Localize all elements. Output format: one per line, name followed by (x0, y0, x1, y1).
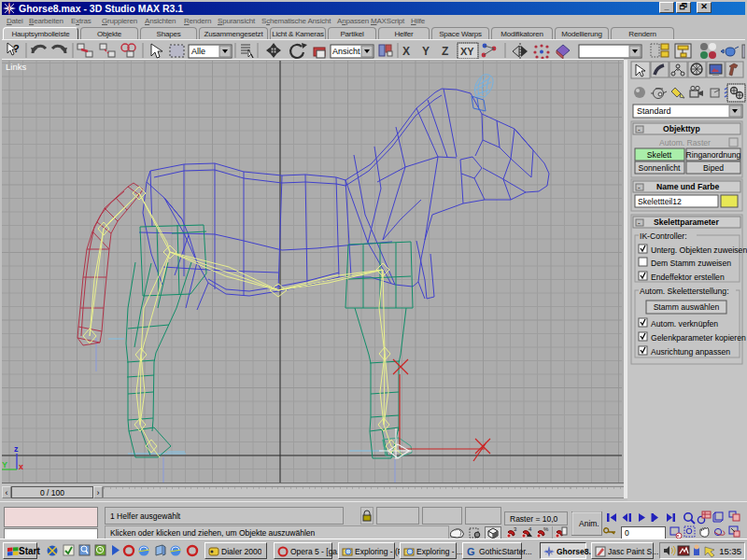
svg-text:?: ? (13, 43, 20, 54)
svg-text:Klicken oder klicken und ziehe: Klicken oder klicken und ziehen, um Obje… (110, 528, 316, 538)
svg-text:IK-Controller:: IK-Controller: (640, 231, 687, 241)
svg-text:Ausrichtung anpassen: Ausrichtung anpassen (651, 347, 730, 357)
svg-text:Anim.: Anim. (579, 519, 599, 528)
svg-text:-: - (638, 125, 641, 133)
svg-text:1 Helfer ausgewählt: 1 Helfer ausgewählt (110, 511, 181, 521)
svg-text:-: - (638, 183, 641, 191)
svg-text:Skelett: Skelett (647, 150, 672, 160)
svg-text:x: x (19, 462, 23, 471)
svg-text:Y: Y (2, 460, 7, 469)
svg-text:-: - (638, 218, 641, 227)
svg-text:Unterg. Objekten zuweisen: Unterg. Objekten zuweisen (651, 245, 747, 255)
svg-text:Name und Farbe: Name und Farbe (656, 182, 720, 191)
svg-text:Dem Stamm zuweisen: Dem Stamm zuweisen (651, 259, 731, 268)
svg-text:Skelettparameter: Skelettparameter (654, 217, 719, 227)
svg-text:Gelenkparameter kopieren: Gelenkparameter kopieren (651, 333, 746, 343)
svg-text:XY: XY (460, 46, 474, 57)
svg-text:Z: Z (442, 45, 448, 58)
svg-text:Skelettteil12: Skelettteil12 (638, 197, 682, 206)
svg-text:Objekttyp: Objekttyp (663, 124, 700, 133)
svg-text:z: z (14, 444, 19, 454)
svg-text:Autom. verknüpfen: Autom. verknüpfen (651, 319, 718, 329)
svg-text:Biped: Biped (703, 163, 724, 173)
svg-text:Standard: Standard (637, 106, 671, 116)
svg-text:Autom. Raster: Autom. Raster (659, 138, 711, 147)
svg-text:G: G (467, 546, 475, 557)
svg-text:%: % (543, 526, 549, 532)
svg-text:0: 0 (625, 528, 629, 538)
svg-text:Alle: Alle (191, 47, 205, 56)
svg-text:Endeffektor erstellen: Endeffektor erstellen (651, 273, 725, 282)
svg-text:Y: Y (422, 45, 430, 58)
svg-text:Ringanordnung: Ringanordnung (686, 150, 741, 160)
svg-text:Autom. Skeletterstellung:: Autom. Skeletterstellung: (640, 287, 729, 296)
svg-text:Raster = 10,0: Raster = 10,0 (510, 514, 558, 524)
svg-text:Ansicht: Ansicht (332, 47, 360, 56)
svg-text:Stamm auswählen: Stamm auswählen (654, 302, 720, 312)
svg-text:Sonnenlicht: Sonnenlicht (639, 163, 682, 173)
svg-text:X: X (402, 45, 410, 58)
